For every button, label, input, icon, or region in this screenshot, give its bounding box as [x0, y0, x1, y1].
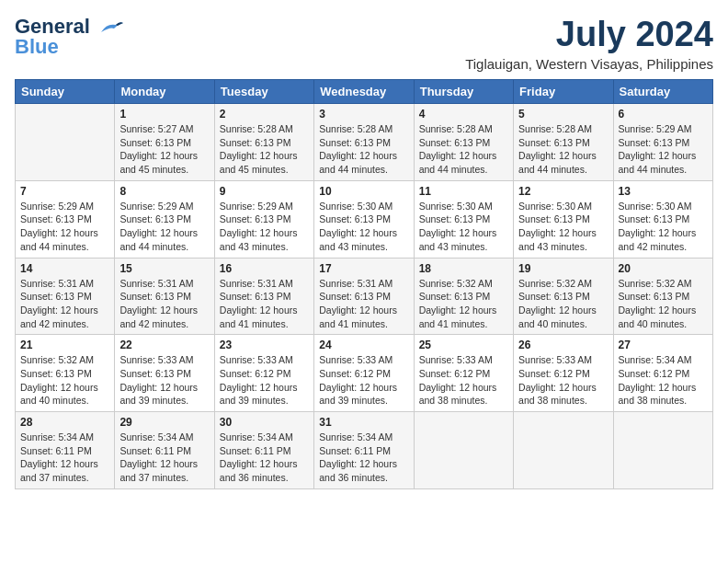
- day-number: 7: [20, 185, 109, 198]
- logo-subtext: Blue: [15, 35, 59, 59]
- calendar-week-row: 7Sunrise: 5:29 AM Sunset: 6:13 PM Daylig…: [16, 180, 713, 258]
- calendar-cell: 14Sunrise: 5:31 AM Sunset: 6:13 PM Dayli…: [16, 258, 115, 335]
- day-number: 25: [419, 339, 508, 351]
- day-info: Sunrise: 5:33 AM Sunset: 6:12 PM Dayligh…: [319, 353, 408, 408]
- calendar-cell: 5Sunrise: 5:28 AM Sunset: 6:13 PM Daylig…: [514, 104, 613, 181]
- day-info: Sunrise: 5:32 AM Sunset: 6:13 PM Dayligh…: [419, 277, 508, 331]
- calendar-cell: 6Sunrise: 5:29 AM Sunset: 6:13 PM Daylig…: [613, 104, 712, 181]
- calendar-cell: 4Sunrise: 5:28 AM Sunset: 6:13 PM Daylig…: [414, 104, 513, 181]
- day-info: Sunrise: 5:28 AM Sunset: 6:13 PM Dayligh…: [518, 122, 608, 177]
- calendar-cell: 27Sunrise: 5:34 AM Sunset: 6:12 PM Dayli…: [613, 335, 712, 412]
- calendar-table: SundayMondayTuesdayWednesdayThursdayFrid…: [15, 79, 713, 489]
- day-number: 28: [20, 416, 109, 429]
- day-info: Sunrise: 5:34 AM Sunset: 6:12 PM Dayligh…: [619, 353, 708, 408]
- calendar-cell: 25Sunrise: 5:33 AM Sunset: 6:12 PM Dayli…: [414, 335, 513, 412]
- calendar-cell: [414, 412, 513, 489]
- day-number: 13: [619, 185, 708, 198]
- day-number: 22: [119, 339, 209, 351]
- day-number: 15: [119, 262, 209, 275]
- day-number: 23: [220, 339, 309, 351]
- column-header-thursday: Thursday: [414, 80, 513, 104]
- day-number: 18: [419, 262, 508, 275]
- day-info: Sunrise: 5:33 AM Sunset: 6:12 PM Dayligh…: [518, 353, 608, 408]
- day-info: Sunrise: 5:34 AM Sunset: 6:11 PM Dayligh…: [319, 431, 408, 485]
- day-info: Sunrise: 5:31 AM Sunset: 6:13 PM Dayligh…: [319, 277, 408, 331]
- day-number: 29: [119, 416, 209, 429]
- calendar-cell: 21Sunrise: 5:32 AM Sunset: 6:13 PM Dayli…: [16, 335, 115, 412]
- calendar-cell: 24Sunrise: 5:33 AM Sunset: 6:12 PM Dayli…: [314, 335, 414, 412]
- day-number: 10: [319, 185, 408, 198]
- day-number: 14: [20, 262, 109, 275]
- calendar-cell: 18Sunrise: 5:32 AM Sunset: 6:13 PM Dayli…: [414, 258, 513, 335]
- calendar-cell: [613, 412, 712, 489]
- day-number: 31: [319, 416, 408, 429]
- day-number: 27: [619, 339, 708, 351]
- logo-bird-icon: [97, 19, 123, 36]
- day-info: Sunrise: 5:30 AM Sunset: 6:13 PM Dayligh…: [518, 200, 608, 254]
- calendar-cell: 10Sunrise: 5:30 AM Sunset: 6:13 PM Dayli…: [314, 180, 414, 258]
- day-info: Sunrise: 5:30 AM Sunset: 6:13 PM Dayligh…: [619, 200, 708, 254]
- month-title: July 2024: [465, 15, 713, 54]
- calendar-cell: 23Sunrise: 5:33 AM Sunset: 6:12 PM Dayli…: [214, 335, 313, 412]
- calendar-cell: 19Sunrise: 5:32 AM Sunset: 6:13 PM Dayli…: [514, 258, 613, 335]
- calendar-cell: 31Sunrise: 5:34 AM Sunset: 6:11 PM Dayli…: [314, 412, 414, 489]
- column-header-monday: Monday: [115, 80, 214, 104]
- day-info: Sunrise: 5:31 AM Sunset: 6:13 PM Dayligh…: [119, 277, 209, 331]
- calendar-cell: 30Sunrise: 5:34 AM Sunset: 6:11 PM Dayli…: [214, 412, 313, 489]
- day-number: 8: [119, 185, 209, 198]
- day-info: Sunrise: 5:31 AM Sunset: 6:13 PM Dayligh…: [20, 277, 109, 331]
- day-number: 21: [20, 339, 109, 351]
- calendar-cell: 3Sunrise: 5:28 AM Sunset: 6:13 PM Daylig…: [314, 104, 414, 181]
- day-number: 30: [220, 416, 309, 429]
- calendar-cell: [16, 104, 115, 181]
- calendar-cell: 1Sunrise: 5:27 AM Sunset: 6:13 PM Daylig…: [115, 104, 214, 181]
- calendar-week-row: 14Sunrise: 5:31 AM Sunset: 6:13 PM Dayli…: [16, 258, 713, 335]
- calendar-cell: 20Sunrise: 5:32 AM Sunset: 6:13 PM Dayli…: [613, 258, 712, 335]
- calendar-cell: 28Sunrise: 5:34 AM Sunset: 6:11 PM Dayli…: [16, 412, 115, 489]
- day-number: 3: [319, 108, 408, 121]
- day-number: 24: [319, 339, 408, 351]
- day-number: 1: [119, 108, 209, 121]
- day-info: Sunrise: 5:29 AM Sunset: 6:13 PM Dayligh…: [220, 200, 309, 254]
- day-info: Sunrise: 5:32 AM Sunset: 6:13 PM Dayligh…: [518, 277, 608, 331]
- calendar-cell: 15Sunrise: 5:31 AM Sunset: 6:13 PM Dayli…: [115, 258, 214, 335]
- day-info: Sunrise: 5:34 AM Sunset: 6:11 PM Dayligh…: [20, 431, 109, 485]
- day-number: 11: [419, 185, 508, 198]
- day-info: Sunrise: 5:33 AM Sunset: 6:12 PM Dayligh…: [220, 353, 309, 408]
- day-info: Sunrise: 5:33 AM Sunset: 6:13 PM Dayligh…: [119, 353, 209, 408]
- calendar-cell: 13Sunrise: 5:30 AM Sunset: 6:13 PM Dayli…: [613, 180, 712, 258]
- day-info: Sunrise: 5:29 AM Sunset: 6:13 PM Dayligh…: [619, 122, 708, 177]
- column-header-friday: Friday: [514, 80, 613, 104]
- calendar-cell: 17Sunrise: 5:31 AM Sunset: 6:13 PM Dayli…: [314, 258, 414, 335]
- day-number: 26: [518, 339, 608, 351]
- calendar-week-row: 28Sunrise: 5:34 AM Sunset: 6:11 PM Dayli…: [16, 412, 713, 489]
- day-info: Sunrise: 5:32 AM Sunset: 6:13 PM Dayligh…: [20, 353, 109, 408]
- calendar-cell: 22Sunrise: 5:33 AM Sunset: 6:13 PM Dayli…: [115, 335, 214, 412]
- day-info: Sunrise: 5:31 AM Sunset: 6:13 PM Dayligh…: [220, 277, 309, 331]
- column-header-wednesday: Wednesday: [314, 80, 414, 104]
- day-info: Sunrise: 5:33 AM Sunset: 6:12 PM Dayligh…: [419, 353, 508, 408]
- day-info: Sunrise: 5:34 AM Sunset: 6:11 PM Dayligh…: [220, 431, 309, 485]
- calendar-cell: 11Sunrise: 5:30 AM Sunset: 6:13 PM Dayli…: [414, 180, 513, 258]
- calendar-cell: 26Sunrise: 5:33 AM Sunset: 6:12 PM Dayli…: [514, 335, 613, 412]
- day-number: 2: [220, 108, 309, 121]
- calendar-cell: 7Sunrise: 5:29 AM Sunset: 6:13 PM Daylig…: [16, 180, 115, 258]
- calendar-cell: 29Sunrise: 5:34 AM Sunset: 6:11 PM Dayli…: [115, 412, 214, 489]
- calendar-cell: [514, 412, 613, 489]
- column-header-tuesday: Tuesday: [214, 80, 313, 104]
- day-info: Sunrise: 5:27 AM Sunset: 6:13 PM Dayligh…: [119, 122, 209, 177]
- day-info: Sunrise: 5:28 AM Sunset: 6:13 PM Dayligh…: [419, 122, 508, 177]
- calendar-cell: 9Sunrise: 5:29 AM Sunset: 6:13 PM Daylig…: [214, 180, 313, 258]
- day-info: Sunrise: 5:28 AM Sunset: 6:13 PM Dayligh…: [319, 122, 408, 177]
- calendar-cell: 2Sunrise: 5:28 AM Sunset: 6:13 PM Daylig…: [214, 104, 313, 181]
- day-info: Sunrise: 5:30 AM Sunset: 6:13 PM Dayligh…: [319, 200, 408, 254]
- day-info: Sunrise: 5:28 AM Sunset: 6:13 PM Dayligh…: [220, 122, 309, 177]
- column-header-saturday: Saturday: [613, 80, 712, 104]
- day-info: Sunrise: 5:29 AM Sunset: 6:13 PM Dayligh…: [119, 200, 209, 254]
- calendar-cell: 12Sunrise: 5:30 AM Sunset: 6:13 PM Dayli…: [514, 180, 613, 258]
- calendar-week-row: 1Sunrise: 5:27 AM Sunset: 6:13 PM Daylig…: [16, 104, 713, 181]
- calendar-week-row: 21Sunrise: 5:32 AM Sunset: 6:13 PM Dayli…: [16, 335, 713, 412]
- logo: General Blue: [15, 15, 123, 59]
- day-number: 17: [319, 262, 408, 275]
- day-number: 12: [518, 185, 608, 198]
